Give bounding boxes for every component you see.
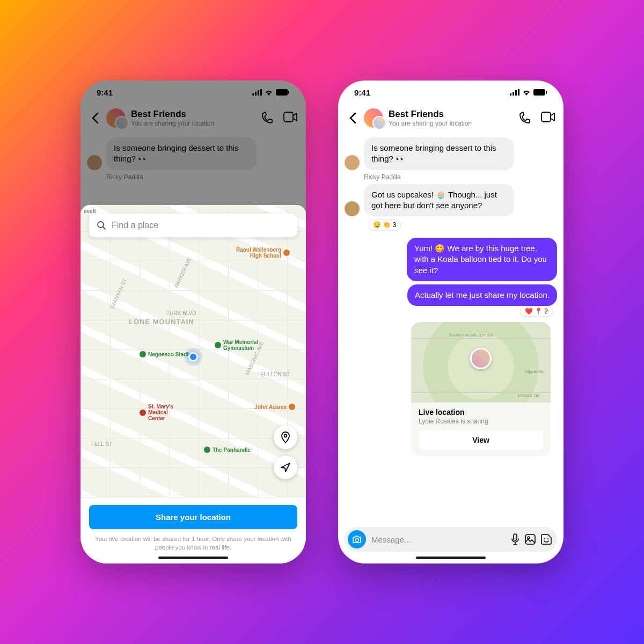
location-card-map: JOHN F KENNEDY DR Hippie Hill KEZAR DR bbox=[411, 322, 551, 402]
svg-rect-11 bbox=[513, 92, 514, 96]
street-fell: FELL ST bbox=[91, 441, 112, 447]
reaction-chip[interactable]: 🤤 👏 3 bbox=[368, 219, 401, 230]
shared-user-avatar bbox=[470, 348, 492, 369]
svg-rect-10 bbox=[510, 93, 511, 96]
messages-area[interactable]: Is someone bringing dessert to this thin… bbox=[338, 137, 564, 456]
location-card[interactable]: JOHN F KENNEDY DR Hippie Hill KEZAR DR L… bbox=[411, 322, 551, 456]
camera-icon bbox=[352, 535, 362, 544]
home-indicator[interactable] bbox=[416, 557, 486, 559]
status-time: 9:41 bbox=[354, 88, 370, 97]
street-turk: TURK BLVD bbox=[166, 310, 196, 316]
phone-right: 9:41 Best Friends You are sharing your l… bbox=[338, 80, 564, 564]
map[interactable]: evelt Find a place LONE MOUNTAIN TURK BL… bbox=[80, 205, 306, 497]
wifi-icon bbox=[522, 89, 531, 96]
svg-rect-13 bbox=[518, 89, 519, 96]
home-indicator[interactable] bbox=[158, 557, 228, 559]
message-bubble-sent[interactable]: Yum! 😋 We are by this huge tree, with a … bbox=[407, 238, 557, 281]
sticker-button[interactable] bbox=[541, 534, 552, 545]
back-button[interactable] bbox=[347, 110, 358, 126]
status-icons bbox=[510, 89, 547, 96]
search-placeholder: Find a place bbox=[112, 221, 158, 230]
svg-point-7 bbox=[98, 222, 104, 228]
loc-map-label: JOHN F KENNEDY DR bbox=[449, 333, 493, 338]
gallery-button[interactable] bbox=[525, 534, 536, 545]
location-card-info: Live location Lydie Rosales is sharing V… bbox=[411, 402, 551, 456]
location-card-title: Live location bbox=[419, 408, 543, 416]
district-label: LONE MOUNTAIN bbox=[129, 318, 194, 326]
status-bar: 9:41 bbox=[338, 80, 564, 104]
sender-avatar[interactable] bbox=[345, 155, 360, 170]
svg-point-9 bbox=[284, 434, 287, 437]
svg-line-8 bbox=[103, 227, 105, 229]
svg-rect-18 bbox=[514, 534, 517, 540]
svg-point-20 bbox=[528, 537, 530, 539]
message-bubble-sent[interactable]: Actually let me just share my location. bbox=[407, 284, 557, 306]
sheet-footer: Share your location Your live location w… bbox=[80, 497, 306, 564]
video-call-button[interactable] bbox=[541, 112, 555, 125]
phone-left: 9:41 Best Friends You are sharing your l… bbox=[80, 80, 306, 564]
disclaimer-text: Your live location will be shared for 1 … bbox=[89, 535, 297, 552]
chat-title-block[interactable]: Best Friends You are sharing your locati… bbox=[389, 109, 513, 128]
svg-point-22 bbox=[547, 538, 548, 539]
chat-header: Best Friends You are sharing your locati… bbox=[338, 104, 564, 134]
poi-panhandle[interactable]: The Panhandle bbox=[204, 447, 251, 453]
chat-name: Best Friends bbox=[389, 109, 513, 120]
signal-icon bbox=[510, 89, 519, 96]
svg-rect-14 bbox=[533, 89, 545, 96]
message-composer[interactable]: Message... bbox=[345, 527, 557, 552]
audio-call-button[interactable] bbox=[518, 112, 531, 125]
message-bubble[interactable]: Got us cupcakes! 🧁 Though... just got he… bbox=[364, 184, 514, 217]
poi-adams[interactable]: John Adams bbox=[254, 404, 295, 410]
share-location-button[interactable]: Share your location bbox=[89, 505, 297, 529]
view-location-button[interactable]: View bbox=[419, 430, 543, 450]
street-fulton: FULTON ST bbox=[260, 371, 290, 377]
location-sheet: evelt Find a place LONE MOUNTAIN TURK BL… bbox=[80, 205, 306, 564]
message-bubble[interactable]: Is someone bringing dessert to this thin… bbox=[364, 137, 514, 170]
search-place-input[interactable]: Find a place bbox=[89, 214, 297, 237]
chat-subtitle: You are sharing your location bbox=[389, 120, 513, 127]
navigate-icon bbox=[280, 462, 291, 473]
svg-rect-16 bbox=[541, 112, 551, 122]
poi-stadium[interactable]: Negoesco Stadiur bbox=[140, 351, 194, 357]
composer-placeholder: Message... bbox=[371, 535, 506, 544]
poi-gym[interactable]: War Memorial Gymnasium bbox=[215, 339, 266, 351]
pin-icon bbox=[280, 431, 291, 443]
loc-map-label: KEZAR DR bbox=[518, 393, 540, 398]
sender-avatar[interactable] bbox=[345, 201, 360, 216]
mic-button[interactable] bbox=[511, 533, 519, 545]
poi-hospital[interactable]: St. Mary's Medical Center bbox=[140, 404, 186, 421]
poi-school[interactable]: Raoul Wallenberg High School bbox=[233, 247, 290, 259]
street-stanyan: STANYAN ST bbox=[109, 277, 128, 310]
loc-map-label: Hippie Hill bbox=[525, 369, 544, 374]
svg-point-17 bbox=[355, 538, 358, 541]
current-location-dot bbox=[188, 352, 198, 362]
group-avatar[interactable] bbox=[364, 108, 383, 128]
recenter-button[interactable] bbox=[274, 456, 297, 479]
reaction-chip[interactable]: ❤️ 📍 2 bbox=[520, 306, 553, 317]
street-parker: PARKER AVE bbox=[173, 256, 193, 289]
sender-name-label: Ricky Padilla bbox=[364, 173, 557, 181]
search-icon bbox=[97, 221, 106, 230]
camera-button[interactable] bbox=[348, 530, 366, 548]
battery-icon bbox=[533, 89, 547, 96]
svg-point-21 bbox=[544, 538, 545, 539]
pin-button[interactable] bbox=[274, 426, 297, 449]
svg-rect-15 bbox=[546, 91, 547, 94]
svg-rect-12 bbox=[515, 90, 517, 96]
location-card-subtitle: Lydie Rosales is sharing bbox=[419, 418, 543, 425]
svg-rect-19 bbox=[525, 535, 535, 544]
